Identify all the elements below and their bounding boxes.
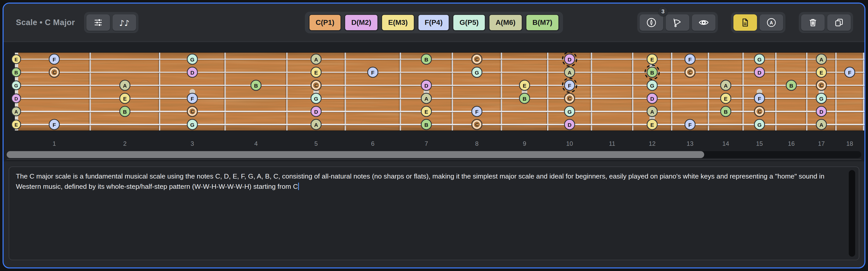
fret-note-G-s4-f5[interactable]: G (311, 93, 321, 103)
note-names-button[interactable]: A (760, 14, 783, 31)
fret-note-B-s5-f14[interactable]: B (721, 106, 731, 116)
svg-text:A: A (424, 96, 428, 102)
fret-note-E-s4-f14[interactable]: E (721, 93, 731, 103)
description-button[interactable] (734, 14, 757, 31)
fret-note-C-s6-f8[interactable]: C (472, 120, 482, 130)
fret-note-B-s6-f7[interactable]: B (421, 120, 431, 130)
fret-number-17: 17 (818, 140, 825, 147)
fret-note-D-s4-f12[interactable]: D (647, 93, 657, 103)
fret-note-C-s1-f8[interactable]: C (472, 54, 482, 64)
fret-note-C-s3-f17[interactable]: C (816, 80, 827, 91)
fret-note-D-s3-f7[interactable]: D (421, 80, 431, 91)
fret-number-3: 3 (191, 140, 194, 147)
svg-text:G: G (567, 109, 572, 115)
fret-note-F-s2-f18[interactable]: F (845, 67, 855, 77)
fret-note-F-s4-f3[interactable]: F (187, 93, 197, 103)
controls-mixer-button[interactable] (86, 14, 110, 31)
fret-note-C-s2-f1[interactable]: C (49, 67, 60, 77)
note-chip-D[interactable]: D(M2) (344, 14, 378, 31)
fret-note-D-s5-f17[interactable]: D (816, 106, 827, 116)
note-chip-E[interactable]: E(M3) (381, 14, 414, 31)
fret-note-C-s3-f5[interactable]: C (311, 80, 321, 91)
fretboard[interactable]: EFGABCDEFGABCDEFGABCDEFGABCDEFGABCDEFGAB… (4, 42, 864, 149)
fret-note-G-s1-f15[interactable]: G (754, 54, 765, 64)
visibility-tool-button[interactable] (692, 14, 715, 31)
fret-note-B-s3-f4[interactable]: B (251, 80, 261, 91)
delete-button[interactable] (801, 14, 825, 31)
fret-note-E-s6-f12[interactable]: E (647, 120, 657, 130)
fret-note-E-s1-f0[interactable]: E (12, 55, 21, 64)
fret-note-B-s5-f2[interactable]: B (120, 106, 130, 116)
fret-note-A-s3-f2[interactable]: A (120, 80, 130, 91)
fret-note-B-s2-f0[interactable]: B (12, 68, 21, 77)
fret-note-D-s5-f5[interactable]: D (311, 106, 321, 116)
fret-note-A-s1-f17[interactable]: A (816, 54, 827, 64)
playback-notes-button[interactable]: ♪♪ (113, 14, 136, 31)
fret-note-A-s6-f5[interactable]: A (311, 120, 321, 130)
svg-text:D: D (567, 122, 571, 128)
fret-note-F-s2-f6[interactable]: F (368, 67, 378, 77)
fret-note-D-s4-f0[interactable]: D (12, 94, 21, 103)
fret-note-G-s3-f0[interactable]: G (12, 81, 21, 90)
fret-note-B-s1-f7[interactable]: B (421, 54, 431, 64)
draw-tool-button[interactable] (640, 14, 663, 31)
fret-note-B-s2-f12[interactable]: B (645, 65, 659, 79)
fret-note-A-s5-f0[interactable]: A (12, 107, 21, 116)
fret-note-G-s4-f17[interactable]: G (816, 93, 827, 103)
fret-note-F-s4-f15[interactable]: F (754, 93, 765, 103)
description-editor[interactable]: The C major scale is a fundamental music… (9, 167, 859, 260)
fret-note-A-s2-f10[interactable]: A (564, 67, 575, 77)
fret-note-G-s2-f8[interactable]: G (472, 67, 482, 77)
fret-note-D-s6-f10[interactable]: D (564, 120, 575, 130)
fret-note-E-s2-f17[interactable]: E (816, 67, 827, 77)
scrollbar-track[interactable] (7, 151, 861, 158)
fret-note-G-s6-f15[interactable]: G (754, 120, 765, 130)
note-chip-B[interactable]: B(M7) (526, 14, 559, 31)
fret-note-G-s3-f12[interactable]: G (647, 80, 657, 91)
description-scrollbar[interactable] (849, 170, 855, 257)
fret-note-E-s6-f0[interactable]: E (12, 120, 21, 129)
fret-note-E-s1-f12[interactable]: E (647, 54, 657, 64)
fret-note-C-s4-f10[interactable]: C (564, 93, 575, 103)
fret-note-B-s4-f9[interactable]: B (519, 93, 530, 103)
fret-note-B-s3-f16[interactable]: B (786, 80, 797, 91)
fret-note-F-s5-f8[interactable]: F (472, 106, 482, 116)
fret-note-E-s4-f2[interactable]: E (120, 93, 130, 103)
fret-note-A-s1-f5[interactable]: A (311, 54, 321, 64)
svg-text:E: E (14, 122, 18, 128)
fret-note-A-s5-f12[interactable]: A (647, 106, 657, 116)
wipe-tool-button[interactable] (666, 14, 689, 31)
note-chip-C[interactable]: C(P1) (309, 14, 341, 31)
fret-note-F-s3-f10[interactable]: F (562, 78, 577, 93)
scrollbar-thumb[interactable] (7, 151, 704, 158)
fret-note-C-s2-f13[interactable]: C (685, 67, 695, 77)
fret-note-A-s4-f7[interactable]: A (421, 93, 431, 103)
svg-text:A: A (770, 20, 773, 25)
fret-note-A-s3-f14[interactable]: A (721, 80, 731, 91)
fret-note-D-s2-f3[interactable]: D (187, 67, 197, 77)
note-chip-F[interactable]: F(P4) (418, 14, 449, 31)
fret-note-F-s6-f1[interactable]: F (49, 120, 60, 130)
fret-note-E-s2-f5[interactable]: E (311, 67, 321, 77)
svg-text:F: F (475, 109, 478, 115)
svg-text:F: F (53, 122, 56, 128)
fret-note-C-s5-f3[interactable]: C (187, 106, 197, 116)
svg-text:B: B (424, 122, 428, 128)
fret-note-G-s1-f3[interactable]: G (187, 54, 197, 64)
fret-note-A-s6-f17[interactable]: A (816, 120, 827, 130)
fret-note-G-s6-f3[interactable]: G (187, 120, 197, 130)
fret-note-D-s2-f15[interactable]: D (754, 67, 765, 77)
fret-note-F-s6-f13[interactable]: F (685, 120, 695, 130)
note-chip-A[interactable]: A(M6) (489, 14, 522, 31)
note-chip-G[interactable]: G(P5) (453, 14, 485, 31)
fret-note-D-s1-f10[interactable]: D (562, 52, 577, 66)
fret-number-1: 1 (53, 140, 56, 147)
duplicate-button[interactable] (827, 14, 851, 31)
svg-text:B: B (724, 109, 727, 115)
fret-note-G-s5-f10[interactable]: G (564, 106, 575, 116)
fret-note-C-s5-f15[interactable]: C (754, 106, 765, 116)
fret-note-E-s3-f9[interactable]: E (519, 80, 530, 91)
fret-note-F-s1-f13[interactable]: F (685, 54, 695, 64)
fret-note-F-s1-f1[interactable]: F (49, 54, 60, 64)
fret-note-E-s5-f7[interactable]: E (421, 106, 431, 116)
